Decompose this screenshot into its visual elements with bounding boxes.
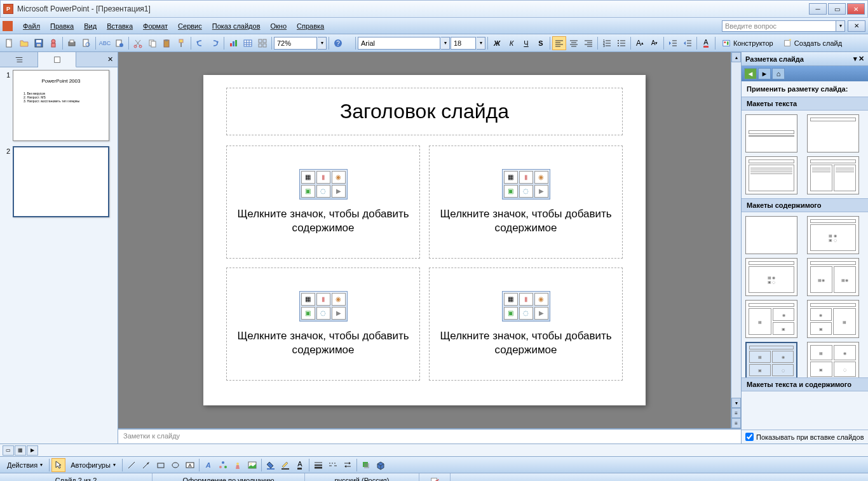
insert-diagram-icon[interactable]: ◌ [316, 185, 330, 198]
layout-title-2content[interactable]: ▦◉▦◉ [807, 258, 859, 296]
shadow-icon[interactable]: S [534, 36, 548, 50]
font-color-icon[interactable]: A [699, 36, 713, 50]
minimize-button[interactable]: ─ [809, 3, 827, 15]
font-color-draw-icon[interactable]: A [293, 458, 307, 472]
slideshow-view-icon[interactable]: ▶ [27, 445, 38, 456]
menu-view[interactable]: Вид [79, 21, 102, 31]
zoom-box[interactable]: 72% [274, 37, 317, 50]
chart-icon[interactable] [226, 36, 240, 50]
menu-insert[interactable]: Вставка [102, 21, 138, 31]
numbering-icon[interactable]: 123 [600, 36, 614, 50]
new-slide-button[interactable]: Создать слайд [778, 36, 846, 50]
vertical-scrollbar[interactable]: ▴ ▾ ≡ ≡ [731, 52, 741, 428]
bold-icon[interactable]: Ж [490, 36, 504, 50]
layout-4content[interactable]: ▦◉▣◌ [807, 342, 859, 377]
spell-icon[interactable]: ABC [98, 36, 112, 50]
layout-content[interactable]: ▦ ◉▣ ◌ [807, 216, 859, 254]
paste-icon[interactable] [160, 36, 174, 50]
3d-style-icon[interactable] [374, 458, 388, 472]
nav-home-icon[interactable]: ⌂ [772, 68, 785, 79]
increase-font-icon[interactable]: A▴ [633, 36, 647, 50]
autoshapes-menu[interactable]: Автофигуры▾ [66, 458, 120, 472]
copy-icon[interactable] [146, 36, 159, 50]
new-icon[interactable] [3, 36, 17, 50]
size-dropdown[interactable]: ▾ [477, 37, 485, 50]
status-spell-icon[interactable] [419, 473, 451, 481]
oval-icon[interactable] [168, 458, 182, 472]
font-box[interactable]: Arial [358, 37, 440, 50]
maximize-button[interactable]: ▭ [828, 3, 846, 15]
content-icons[interactable]: ▦▮◉ ▣◌▶ [502, 169, 550, 200]
cut-icon[interactable] [131, 36, 145, 50]
sorter-view-icon[interactable]: ▦ [15, 445, 26, 456]
preview-icon[interactable] [79, 36, 93, 50]
content-icons[interactable]: ▦▮◉ ▣◌▶ [299, 291, 348, 322]
format-painter-icon[interactable] [175, 36, 189, 50]
rectangle-icon[interactable] [154, 458, 168, 472]
scroll-up-icon[interactable]: ▴ [731, 52, 741, 62]
permission-icon[interactable] [46, 36, 60, 50]
redo-icon[interactable] [208, 36, 222, 50]
thumbnails-tab[interactable] [38, 52, 76, 67]
ask-question-box[interactable]: Введите вопрос [722, 20, 836, 32]
wordart-icon[interactable]: A [201, 458, 215, 472]
thumbnail-1[interactable]: 1 PowerPoint 2003 1. Без вирусов 2. Напр… [3, 70, 115, 141]
table-icon[interactable] [241, 36, 255, 50]
thumbnail-2[interactable]: 2 [3, 146, 115, 217]
shadow-style-icon[interactable] [359, 458, 373, 472]
layout-title-2text[interactable] [807, 156, 859, 194]
layout-title[interactable] [745, 114, 797, 152]
slide-canvas[interactable]: Заголовок слайда ▦ ▮ ◉ ▣ ◌ ▶ Щелкнит [203, 75, 646, 405]
close-button[interactable]: ✕ [847, 3, 865, 15]
decrease-font-icon[interactable]: A▾ [648, 36, 661, 50]
research-icon[interactable] [112, 36, 126, 50]
layout-blank[interactable] [745, 216, 797, 254]
content-placeholder-3[interactable]: ▦▮◉ ▣◌▶ Щелкните значок, чтобы добавить … [226, 268, 420, 381]
menu-slideshow[interactable]: Показ слайдов [207, 21, 266, 31]
grid-icon[interactable] [255, 36, 269, 50]
picture-icon[interactable] [245, 458, 259, 472]
content-placeholder-2[interactable]: ▦▮◉ ▣◌▶ Щелкните значок, чтобы добавить … [429, 146, 623, 259]
nav-back-icon[interactable]: ◄ [744, 68, 757, 79]
insert-table-icon[interactable]: ▦ [301, 171, 315, 184]
content-icons[interactable]: ▦▮◉ ▣◌▶ [502, 291, 550, 322]
save-icon[interactable] [32, 36, 46, 50]
diagram-icon[interactable] [216, 458, 230, 472]
line-style-icon[interactable] [311, 458, 325, 472]
ask-dropdown[interactable]: ▾ [836, 20, 845, 32]
zoom-dropdown[interactable]: ▾ [318, 37, 327, 50]
fill-color-icon[interactable] [264, 458, 278, 472]
prev-slide-icon[interactable]: ≡ [731, 408, 741, 418]
layout-title-3content[interactable]: ▦◉▣ [745, 300, 797, 338]
menu-tools[interactable]: Сервис [173, 21, 207, 31]
menu-format[interactable]: Формат [138, 21, 173, 31]
show-on-insert-checkbox[interactable] [745, 433, 754, 441]
outdent-icon[interactable] [666, 36, 680, 50]
line-color-icon[interactable] [278, 458, 292, 472]
layout-title-only[interactable] [807, 114, 859, 152]
align-right-icon[interactable] [581, 36, 595, 50]
doc-close-button[interactable]: ✕ [848, 20, 865, 32]
slide-workspace[interactable]: Заголовок слайда ▦ ▮ ◉ ▣ ◌ ▶ Щелкнит [118, 52, 731, 428]
insert-picture-icon[interactable]: ▣ [301, 185, 315, 198]
title-placeholder[interactable]: Заголовок слайда [226, 88, 623, 135]
align-center-icon[interactable] [567, 36, 581, 50]
layout-title-text[interactable] [745, 156, 797, 194]
menu-edit[interactable]: Правка [45, 21, 79, 31]
print-icon[interactable] [65, 36, 79, 50]
arrow-style-icon[interactable] [341, 458, 355, 472]
help-icon[interactable]: ? [331, 36, 345, 50]
dash-style-icon[interactable] [326, 458, 340, 472]
content-placeholder-1[interactable]: ▦ ▮ ◉ ▣ ◌ ▶ Щелкните значок, чтобы добав… [226, 146, 420, 259]
content-placeholder-4[interactable]: ▦▮◉ ▣◌▶ Щелкните значок, чтобы добавить … [429, 268, 623, 381]
underline-icon[interactable]: Ч [519, 36, 533, 50]
insert-chart-icon[interactable]: ▮ [316, 171, 330, 184]
next-slide-icon[interactable]: ≡ [731, 418, 741, 428]
insert-clipart-icon[interactable]: ◉ [332, 171, 346, 184]
taskpane-dropdown-icon[interactable]: ▾ [853, 55, 857, 63]
undo-icon[interactable] [193, 36, 207, 50]
bullets-icon[interactable] [614, 36, 628, 50]
taskpane-close-icon[interactable]: ✕ [858, 55, 864, 63]
arrow-icon[interactable] [139, 458, 153, 472]
designer-button[interactable]: Конструктор [717, 36, 778, 50]
